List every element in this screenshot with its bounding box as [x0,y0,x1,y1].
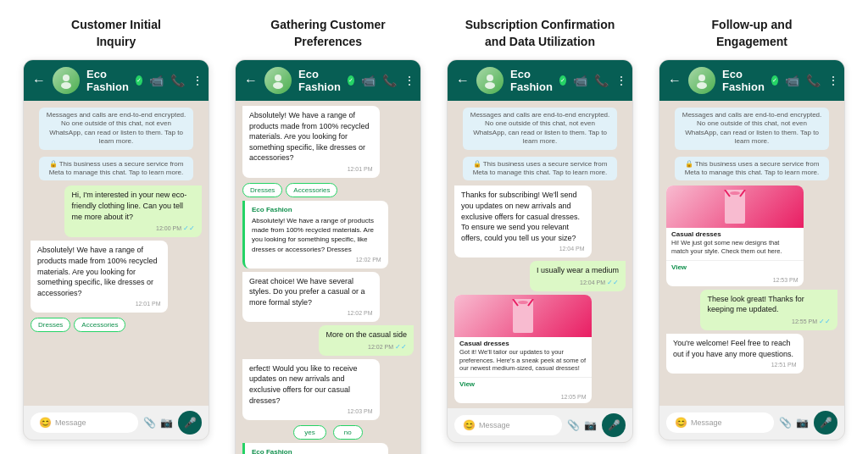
menu-icon[interactable]: ⋮ [403,74,415,87]
product-text: Got it! We'll tailor our updates to your… [454,348,592,375]
bubble-text: Absolutely! We have a range of products … [37,246,158,296]
product-label: Casual dresses [666,228,804,239]
contact-name-row: Eco Fashion ✓ [86,68,142,93]
bubble-time: 12:04 PM ✓✓ [537,278,619,287]
avatar [53,67,80,94]
emoji-icon[interactable]: 😊 [675,417,687,429]
phone-frame: ← Eco Fashion ✓ 📹 📞 ⋮ Absolutely! We hav… [235,59,421,454]
svg-point-1 [61,82,71,89]
emoji-icon[interactable]: 😊 [463,419,476,431]
bubble-text: I usually wear a medium [537,266,619,274]
svg-point-15 [730,191,740,195]
bubble-time: 12:51 PM [673,361,797,369]
call-icon[interactable]: 📞 [170,74,185,87]
bubble-text: More on the casual side [326,330,407,339]
attach-icon[interactable]: 📎 [779,417,792,429]
bubble-text: Absolutely! We have a range of products … [249,111,370,162]
system-message: Messages and calls are end-to-end encryp… [39,108,193,150]
incoming-bubble: Great choice! We have several styles. Do… [242,272,380,323]
verified-icon: ✓ [771,75,778,86]
whatsapp-header: ← Eco Fashion ✓ 📹 📞 ⋮ [659,60,844,101]
bubble-time: 12:05 PM [454,394,592,403]
bubble-time: 12:53 PM [666,277,804,286]
chat-area: Messages and calls are end-to-end encryp… [659,101,844,406]
footer-icons: 📎 📷 [779,417,809,429]
contact-name-row: Eco Fashion ✓ [722,68,778,93]
bubble-text: You're welcome! Feel free to reach out i… [673,339,793,358]
system-message: 🔒 This business uses a secure service fr… [463,157,617,181]
bubble-text: Great choice! We have several styles. Do… [249,277,365,307]
svg-point-10 [698,75,705,81]
view-link[interactable]: View [666,260,804,275]
message-input[interactable]: 😊 Message [31,412,138,433]
column-col3: Subscription Confirmation and Data Utili… [441,17,639,443]
mic-button[interactable]: 🎤 [814,411,837,435]
phone-frame: ← Eco Fashion ✓ 📹 📞 ⋮ Messages and calls… [23,59,209,440]
video-icon[interactable]: 📹 [361,74,376,87]
avatar [264,67,292,94]
system-message: Messages and calls are end-to-end encryp… [463,108,617,150]
svg-point-11 [697,82,707,89]
quick-reply-button[interactable]: Accessories [74,318,125,332]
system-message: Messages and calls are end-to-end encryp… [675,108,829,150]
chat-footer: 😊 Message 📎 📷 🎤 [24,406,209,440]
mic-button[interactable]: 🎤 [178,411,202,435]
video-icon[interactable]: 📹 [149,74,164,87]
back-icon[interactable]: ← [456,73,470,88]
yes-button[interactable]: yes [293,425,326,440]
attach-icon[interactable]: 📎 [567,419,580,431]
product-image [666,185,804,228]
branded-header: Eco Fashion [252,447,381,454]
bubble-time: 12:01 PM [249,165,373,174]
bubble-time: 12:01 PM [37,300,161,308]
view-link[interactable]: View [454,377,592,392]
svg-point-3 [273,82,283,89]
quick-reply-button[interactable]: Accessories [286,183,337,197]
video-icon[interactable]: 📹 [573,74,587,87]
avatar [688,67,715,94]
footer-icons: 📎 📷 [567,419,597,431]
attach-icon[interactable]: 📎 [143,417,156,429]
menu-icon[interactable]: ⋮ [615,74,627,87]
menu-icon[interactable]: ⋮ [192,74,203,87]
yes-no-buttons: yesno [293,425,362,440]
header-icons: 📹 📞 ⋮ [149,74,203,87]
read-ticks: ✓✓ [607,279,619,286]
verified-icon: ✓ [559,75,566,86]
bubble-text: Thanks for subscribing! We'll send you u… [461,191,580,241]
message-input[interactable]: 😊 Message [666,412,774,433]
mic-button[interactable]: 🎤 [602,413,626,437]
back-icon[interactable]: ← [668,73,682,88]
call-icon[interactable]: 📞 [806,74,821,87]
svg-point-9 [518,301,528,304]
call-icon[interactable]: 📞 [382,74,397,87]
bubble-time: 12:02 PM ✓✓ [326,342,407,352]
chat-area: Absolutely! We have a range of products … [236,101,420,454]
camera-icon[interactable]: 📷 [796,417,809,429]
product-label: Casual dresses [454,337,592,348]
menu-icon[interactable]: ⋮ [827,74,839,87]
quick-reply-button[interactable]: Dresses [31,318,70,332]
emoji-icon[interactable]: 😊 [39,417,52,429]
back-icon[interactable]: ← [32,73,46,88]
svg-point-0 [63,75,70,81]
camera-icon[interactable]: 📷 [160,417,173,429]
svg-point-5 [485,82,495,89]
chat-footer: 😊 Message 📎 📷 🎤 [448,408,632,442]
column-title: Follow-up and Engagement [712,17,793,51]
camera-icon[interactable]: 📷 [584,419,597,431]
whatsapp-header: ← Eco Fashion ✓ 📹 📞 ⋮ [24,60,209,101]
video-icon[interactable]: 📹 [785,74,799,87]
bubble-text: Absolutely! We have a range of products … [252,217,374,253]
svg-point-2 [275,75,281,81]
svg-point-4 [487,75,493,81]
quick-reply-button[interactable]: Dresses [242,183,282,197]
no-button[interactable]: no [333,425,363,440]
back-icon[interactable]: ← [244,73,258,88]
chat-area: Messages and calls are end-to-end encryp… [448,101,632,408]
product-text: Hi! We just got some new designs that ma… [666,239,804,258]
header-icons: 📹 📞 ⋮ [785,74,839,87]
call-icon[interactable]: 📞 [594,74,609,87]
incoming-bubble: Absolutely! We have a range of products … [31,241,168,313]
message-input[interactable]: 😊 Message [454,415,562,435]
